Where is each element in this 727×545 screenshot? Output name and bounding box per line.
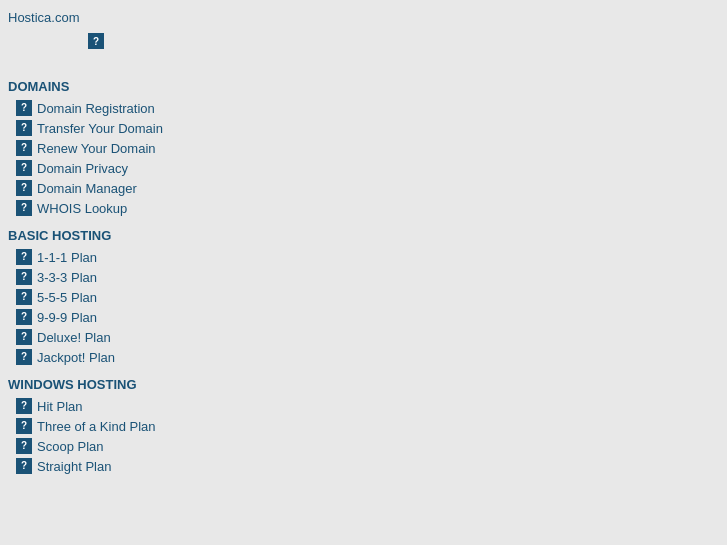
nav-item-icon: ?: [16, 289, 32, 305]
nav-item-label: Three of a Kind Plan: [37, 419, 156, 434]
nav-item-label: 1-1-1 Plan: [37, 250, 97, 265]
nav-item-windows-hosting-3[interactable]: ?Straight Plan: [8, 456, 719, 476]
nav-item-label: WHOIS Lookup: [37, 201, 127, 216]
nav-item-label: Scoop Plan: [37, 439, 104, 454]
nav-item-label: Deluxe! Plan: [37, 330, 111, 345]
nav-item-domains-4[interactable]: ?Domain Manager: [8, 178, 719, 198]
nav-item-label: Renew Your Domain: [37, 141, 156, 156]
nav-item-icon: ?: [16, 309, 32, 325]
nav-item-icon: ?: [16, 438, 32, 454]
nav-item-label: 5-5-5 Plan: [37, 290, 97, 305]
nav-item-basic-hosting-5[interactable]: ?Jackpot! Plan: [8, 347, 719, 367]
nav-item-domains-5[interactable]: ?WHOIS Lookup: [8, 198, 719, 218]
nav-item-label: Domain Manager: [37, 181, 137, 196]
nav-item-icon: ?: [16, 458, 32, 474]
nav-item-domains-0[interactable]: ?Domain Registration: [8, 98, 719, 118]
section-header-domains: DOMAINS: [8, 79, 719, 94]
nav-item-icon: ?: [16, 120, 32, 136]
site-title: Hostica.com: [8, 10, 719, 25]
nav-item-windows-hosting-0[interactable]: ?Hit Plan: [8, 396, 719, 416]
section-header-windows-hosting: WINDOWS HOSTING: [8, 377, 719, 392]
section-header-basic-hosting: BASIC HOSTING: [8, 228, 719, 243]
nav-item-icon: ?: [16, 329, 32, 345]
nav-item-label: 9-9-9 Plan: [37, 310, 97, 325]
nav-item-label: Straight Plan: [37, 459, 111, 474]
nav-item-basic-hosting-0[interactable]: ?1-1-1 Plan: [8, 247, 719, 267]
nav-item-icon: ?: [16, 398, 32, 414]
nav-item-label: Hit Plan: [37, 399, 83, 414]
help-icon: ?: [88, 33, 104, 49]
nav-item-windows-hosting-1[interactable]: ?Three of a Kind Plan: [8, 416, 719, 436]
nav-container: DOMAINS?Domain Registration?Transfer You…: [8, 79, 719, 476]
nav-item-icon: ?: [16, 349, 32, 365]
nav-item-icon: ?: [16, 249, 32, 265]
logo-area: ?: [8, 33, 719, 49]
nav-item-basic-hosting-2[interactable]: ?5-5-5 Plan: [8, 287, 719, 307]
nav-item-domains-2[interactable]: ?Renew Your Domain: [8, 138, 719, 158]
nav-item-label: Domain Privacy: [37, 161, 128, 176]
nav-item-icon: ?: [16, 180, 32, 196]
nav-item-label: 3-3-3 Plan: [37, 270, 97, 285]
nav-item-basic-hosting-4[interactable]: ?Deluxe! Plan: [8, 327, 719, 347]
nav-item-basic-hosting-1[interactable]: ?3-3-3 Plan: [8, 267, 719, 287]
nav-item-label: Transfer Your Domain: [37, 121, 163, 136]
nav-item-icon: ?: [16, 418, 32, 434]
nav-item-icon: ?: [16, 200, 32, 216]
nav-item-basic-hosting-3[interactable]: ?9-9-9 Plan: [8, 307, 719, 327]
nav-item-icon: ?: [16, 140, 32, 156]
nav-item-windows-hosting-2[interactable]: ?Scoop Plan: [8, 436, 719, 456]
nav-item-icon: ?: [16, 269, 32, 285]
nav-item-icon: ?: [16, 160, 32, 176]
nav-item-label: Jackpot! Plan: [37, 350, 115, 365]
nav-item-domains-1[interactable]: ?Transfer Your Domain: [8, 118, 719, 138]
nav-item-label: Domain Registration: [37, 101, 155, 116]
nav-item-domains-3[interactable]: ?Domain Privacy: [8, 158, 719, 178]
page-wrapper: Hostica.com ? DOMAINS?Domain Registratio…: [0, 0, 727, 486]
nav-item-icon: ?: [16, 100, 32, 116]
